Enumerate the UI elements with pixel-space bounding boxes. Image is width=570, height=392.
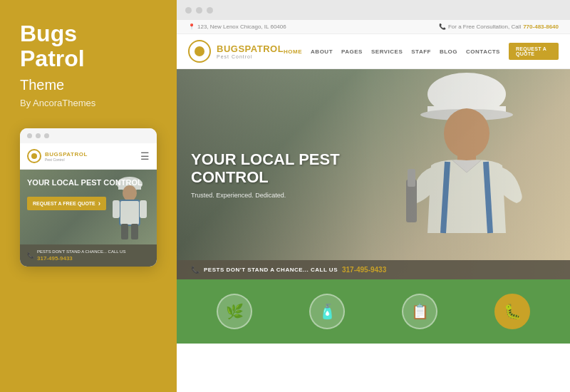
- phone-icon: 📞: [439, 24, 446, 30]
- nav-about[interactable]: ABOUT: [311, 48, 333, 55]
- brand-by: By AncoraThemes: [20, 98, 157, 108]
- dot1: [27, 133, 32, 138]
- mobile-logo-circle: [27, 149, 41, 163]
- feature-item-2: 🧴: [309, 294, 345, 329]
- feature-circle-2: 🧴: [309, 294, 345, 329]
- bug-icon: 🐛: [504, 303, 522, 320]
- hamburger-icon[interactable]: ☰: [140, 150, 150, 162]
- nav-staff[interactable]: STAFF: [411, 48, 431, 55]
- feature-item-3: 📋: [402, 294, 437, 329]
- checklist-icon: 📋: [411, 303, 429, 320]
- hero-bottom-bar: 📞 PESTS DON'T STAND A CHANCE... CALL US …: [177, 260, 570, 279]
- nav-home[interactable]: HOME: [284, 48, 302, 55]
- bar-text: PESTS DON'T STAND A CHANCE... CALL US: [204, 267, 338, 273]
- desktop-info-bar: 📍 123, New Lenox Chicago, IL 60406 📞 For…: [177, 20, 570, 34]
- bar-phone-icon: 📞: [191, 266, 200, 274]
- feature-circle-3: 📋: [402, 294, 437, 329]
- mobile-footer-phone: 317-495-9433: [37, 255, 125, 262]
- address-text: 123, New Lenox Chicago, IL 60406: [197, 24, 286, 30]
- titlebar-dot2: [196, 7, 202, 14]
- mobile-footer-bar: 📞 PESTS DON'T STAND A CHANCE... CALL US …: [20, 244, 157, 267]
- svg-rect-8: [131, 224, 138, 239]
- desktop-menu: HOME ABOUT PAGES SERVICES STAFF BLOG CON…: [284, 43, 559, 60]
- logo-sub: Pest Control: [217, 54, 284, 59]
- nav-blog[interactable]: BLOG: [440, 48, 457, 55]
- titlebar-dot1: [185, 7, 192, 14]
- mobile-hero-title: YOUR LOCAL PEST CONTROL: [27, 178, 150, 187]
- mobile-nav: BUGSPATROL Pest Control ☰: [20, 143, 157, 170]
- bar-phone: 317-495-9433: [342, 266, 386, 274]
- hero-subtitle: Trusted. Experienced. Dedicated.: [191, 192, 340, 199]
- leaf-icon: 🌿: [226, 303, 244, 320]
- mobile-mockup: BUGSPATROL Pest Control ☰: [20, 128, 157, 267]
- hero-title: YOUR LOCAL PEST CONTROL: [191, 150, 340, 186]
- consult-text: For a Free Consultation, Call: [448, 24, 521, 30]
- phone-icon-sm: 📞: [27, 252, 34, 259]
- brand-subtitle: Theme: [20, 77, 157, 93]
- mobile-footer-text: PESTS DON'T STAND A CHANCE... CALL US: [37, 249, 125, 255]
- features-row: 🌿 🧴 📋 🐛: [177, 279, 570, 344]
- feature-item-4: 🐛: [494, 294, 530, 329]
- desktop-mockup: 📍 123, New Lenox Chicago, IL 60406 📞 For…: [177, 0, 570, 392]
- svg-rect-7: [121, 224, 128, 239]
- feature-circle-1: 🌿: [217, 294, 252, 329]
- location-icon: 📍: [188, 24, 195, 30]
- mobile-logo: BUGSPATROL Pest Control: [27, 149, 88, 163]
- titlebar-dot3: [207, 7, 213, 14]
- nav-cta-button[interactable]: REQUEST A QUOTE: [509, 43, 559, 60]
- left-panel: Bugs Patrol Theme By AncoraThemes BUGSPA…: [0, 0, 177, 392]
- mobile-logo-sub: Pest Control: [45, 158, 88, 162]
- feature-item-1: 🌿: [217, 294, 252, 329]
- dot2: [36, 133, 41, 138]
- nav-services[interactable]: SERVICES: [371, 48, 403, 55]
- nav-pages[interactable]: PAGES: [341, 48, 363, 55]
- desktop-hero: YOUR LOCAL PEST CONTROL Trusted. Experie…: [177, 69, 570, 279]
- nav-contacts[interactable]: CONTACTS: [466, 48, 500, 55]
- mobile-hero: YOUR LOCAL PEST CONTROL REQUEST A FREE Q…: [20, 170, 157, 244]
- address-info: 📍 123, New Lenox Chicago, IL 60406: [188, 24, 286, 30]
- hero-content: YOUR LOCAL PEST CONTROL Trusted. Experie…: [191, 150, 340, 199]
- mobile-hero-content: YOUR LOCAL PEST CONTROL REQUEST A FREE Q…: [20, 170, 157, 218]
- desktop-logo: BUGSPATROL Pest Control: [188, 40, 284, 63]
- desktop-titlebar: [177, 0, 570, 20]
- info-phone: 770-483-8640: [523, 24, 559, 30]
- mobile-cta-button[interactable]: REQUEST A FREE QUOTE: [27, 197, 106, 210]
- logo-inner: [195, 46, 204, 56]
- mobile-titlebar: [20, 128, 157, 143]
- logo-text: BUGSPATROL: [217, 43, 284, 54]
- logo-circle: [188, 40, 211, 63]
- dot3: [44, 133, 49, 138]
- phone-info: 📞 For a Free Consultation, Call 770-483-…: [439, 24, 559, 30]
- spray-icon: 🧴: [318, 303, 336, 320]
- feature-circle-4: 🐛: [494, 294, 530, 329]
- mobile-logo-text: BUGSPATROL: [45, 151, 88, 158]
- desktop-nav: BUGSPATROL Pest Control HOME ABOUT PAGES…: [177, 34, 570, 69]
- brand-title: Bugs Patrol: [20, 21, 157, 71]
